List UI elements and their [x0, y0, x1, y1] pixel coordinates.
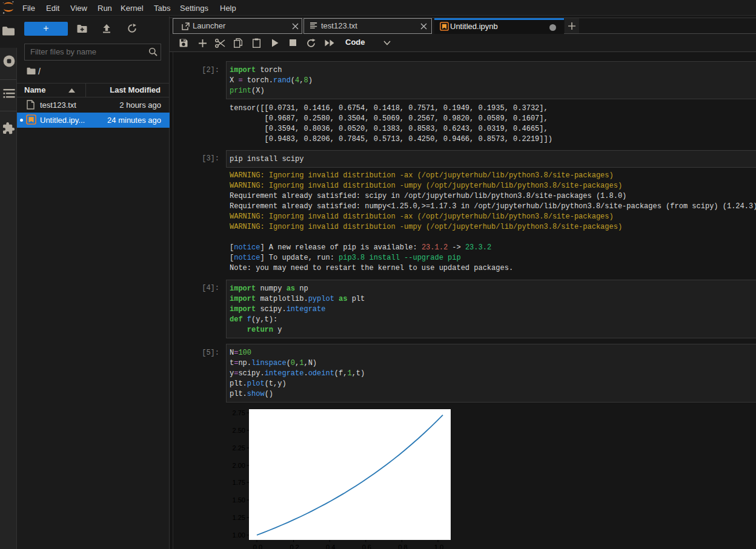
svg-text:1.00: 1.00: [233, 531, 245, 539]
svg-text:1.75: 1.75: [233, 479, 245, 486]
svg-text:0.4: 0.4: [326, 544, 335, 549]
svg-text:2.25: 2.25: [233, 444, 245, 452]
svg-text:2.50: 2.50: [233, 427, 245, 434]
svg-text:0.0: 0.0: [253, 544, 262, 549]
svg-text:1.25: 1.25: [233, 514, 245, 521]
svg-text:0.2: 0.2: [290, 544, 299, 549]
svg-text:1.0: 1.0: [434, 544, 443, 549]
svg-text:1.50: 1.50: [233, 496, 245, 504]
svg-text:0.6: 0.6: [362, 544, 371, 549]
svg-text:2.00: 2.00: [233, 462, 245, 469]
svg-text:0.8: 0.8: [398, 544, 407, 549]
svg-text:2.75: 2.75: [233, 409, 245, 416]
